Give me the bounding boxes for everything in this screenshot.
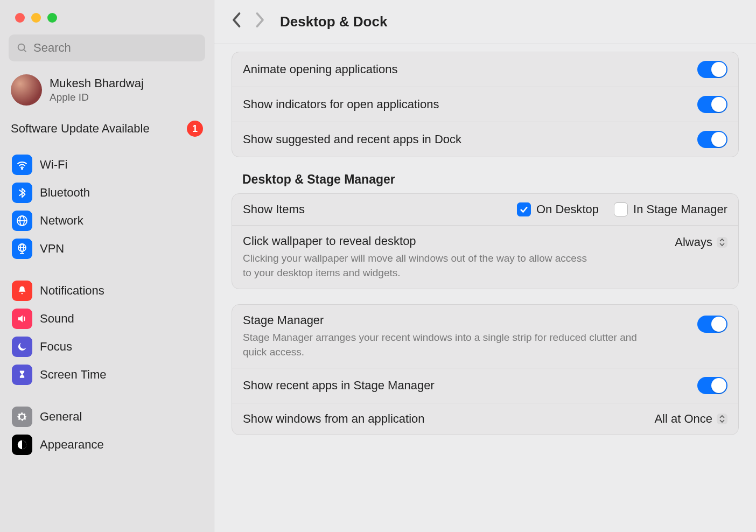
- update-badge: 1: [187, 121, 203, 137]
- sidebar-item-focus[interactable]: Focus: [9, 333, 205, 361]
- row-animate: Animate opening applications: [232, 52, 738, 87]
- sidebar-item-notifications[interactable]: Notifications: [9, 277, 205, 305]
- search-input[interactable]: [33, 41, 198, 55]
- show-items-card: Show Items On Desktop In Stage Manager C…: [232, 193, 739, 289]
- nav-group: GeneralAppearance: [5, 401, 208, 461]
- hourglass-icon: [12, 365, 32, 385]
- check-icon: [519, 205, 529, 214]
- updown-icon: [717, 414, 727, 424]
- software-update-row[interactable]: Software Update Available 1: [5, 116, 208, 149]
- recent-stage-label: Show recent apps in Stage Manager: [243, 379, 435, 393]
- nav-group: NotificationsSoundFocusScreen Time: [5, 275, 208, 391]
- account-row[interactable]: Mukesh Bhardwaj Apple ID: [5, 72, 208, 116]
- vpn-icon: [12, 239, 32, 259]
- search-icon: [16, 42, 28, 54]
- software-update-label: Software Update Available: [11, 122, 150, 136]
- bluetooth-icon: [12, 183, 32, 203]
- wifi-icon: [12, 155, 32, 175]
- sidebar-item-label: Notifications: [40, 284, 104, 298]
- stage-manager-label: Stage Manager: [243, 313, 652, 327]
- suggested-toggle[interactable]: [697, 131, 727, 148]
- sidebar-item-bluetooth[interactable]: Bluetooth: [9, 179, 205, 207]
- window-controls: [5, 0, 208, 34]
- sidebar-item-label: Sound: [40, 312, 74, 326]
- sidebar-item-screen-time[interactable]: Screen Time: [9, 361, 205, 389]
- sidebar-item-vpn[interactable]: VPN: [9, 235, 205, 263]
- main-panel: Desktop & Dock Animate opening applicati…: [214, 0, 756, 532]
- sidebar-item-label: Screen Time: [40, 368, 107, 382]
- chevron-left-icon: [232, 12, 242, 28]
- animate-toggle[interactable]: [697, 61, 727, 78]
- account-name: Mukesh Bhardwaj: [50, 76, 144, 90]
- section-title-stage: Desktop & Stage Manager: [242, 172, 739, 187]
- sidebar-item-label: Appearance: [40, 438, 104, 452]
- show-windows-label: Show windows from an application: [243, 412, 425, 426]
- account-sub: Apple ID: [50, 92, 144, 103]
- row-indicators: Show indicators for open applications: [232, 87, 738, 122]
- gear-icon: [12, 407, 32, 427]
- svg-line-1: [24, 50, 26, 52]
- maximize-icon[interactable]: [47, 13, 57, 23]
- avatar: [11, 74, 42, 106]
- back-button[interactable]: [232, 12, 242, 32]
- suggested-label: Show suggested and recent apps in Dock: [243, 132, 461, 146]
- bell-icon: [12, 281, 32, 301]
- sidebar-nav: Wi-FiBluetoothNetworkVPNNotificationsSou…: [5, 149, 208, 461]
- row-wallpaper: Click wallpaper to reveal desktop Clicki…: [232, 226, 738, 289]
- speaker-icon: [12, 309, 32, 329]
- show-items-label: Show Items: [243, 202, 305, 216]
- content: Animate opening applications Show indica…: [214, 44, 756, 532]
- sidebar-item-sound[interactable]: Sound: [9, 305, 205, 333]
- row-show-items: Show Items On Desktop In Stage Manager: [232, 194, 738, 226]
- animate-label: Animate opening applications: [243, 62, 397, 76]
- show-windows-popup[interactable]: All at Once: [654, 412, 727, 426]
- stage-manager-desc: Stage Manager arranges your recent windo…: [243, 331, 652, 359]
- recent-stage-toggle[interactable]: [697, 377, 727, 394]
- sidebar: Mukesh Bhardwaj Apple ID Software Update…: [0, 0, 214, 532]
- in-stage-checkbox[interactable]: [614, 202, 628, 216]
- on-desktop-label: On Desktop: [536, 202, 599, 216]
- chevron-right-icon: [254, 12, 265, 28]
- wallpaper-desc: Clicking your wallpaper will move all wi…: [243, 251, 587, 280]
- updown-icon: [717, 237, 727, 248]
- nav-group: Wi-FiBluetoothNetworkVPN: [5, 149, 208, 265]
- row-stage-manager: Stage Manager Stage Manager arranges you…: [232, 305, 738, 368]
- indicators-toggle[interactable]: [697, 96, 727, 113]
- show-items-checks: On Desktop In Stage Manager: [517, 202, 727, 216]
- sidebar-item-wi-fi[interactable]: Wi-Fi: [9, 151, 205, 179]
- dock-card: Animate opening applications Show indica…: [232, 52, 739, 157]
- row-suggested: Show suggested and recent apps in Dock: [232, 122, 738, 157]
- wallpaper-label: Click wallpaper to reveal desktop: [243, 234, 587, 248]
- show-windows-value: All at Once: [654, 412, 712, 426]
- stage-manager-toggle[interactable]: [697, 316, 727, 333]
- sidebar-item-label: Wi-Fi: [40, 158, 67, 172]
- header: Desktop & Dock: [214, 0, 756, 44]
- search-field[interactable]: [9, 34, 205, 61]
- indicators-label: Show indicators for open applications: [243, 97, 439, 111]
- close-icon[interactable]: [15, 13, 25, 23]
- sidebar-item-general[interactable]: General: [9, 403, 205, 431]
- wallpaper-popup[interactable]: Always: [675, 235, 727, 249]
- wallpaper-value: Always: [675, 235, 712, 249]
- svg-point-2: [22, 169, 23, 170]
- sidebar-item-label: Bluetooth: [40, 186, 90, 200]
- row-show-windows: Show windows from an application All at …: [232, 403, 738, 435]
- page-title: Desktop & Dock: [280, 13, 387, 30]
- in-stage-label: In Stage Manager: [633, 202, 727, 216]
- sidebar-item-label: VPN: [40, 242, 64, 256]
- on-desktop-checkbox[interactable]: [517, 202, 531, 216]
- sidebar-item-label: Network: [40, 214, 83, 228]
- network-icon: [12, 211, 32, 231]
- row-recent-stage: Show recent apps in Stage Manager: [232, 368, 738, 403]
- sidebar-item-network[interactable]: Network: [9, 207, 205, 235]
- sidebar-item-label: Focus: [40, 340, 72, 354]
- sidebar-item-appearance[interactable]: Appearance: [9, 431, 205, 459]
- stage-manager-card: Stage Manager Stage Manager arranges you…: [232, 304, 739, 435]
- svg-point-0: [18, 44, 25, 51]
- forward-button: [254, 12, 265, 32]
- moon-icon: [12, 337, 32, 357]
- sidebar-item-label: General: [40, 410, 82, 424]
- appearance-icon: [12, 435, 32, 455]
- minimize-icon[interactable]: [31, 13, 41, 23]
